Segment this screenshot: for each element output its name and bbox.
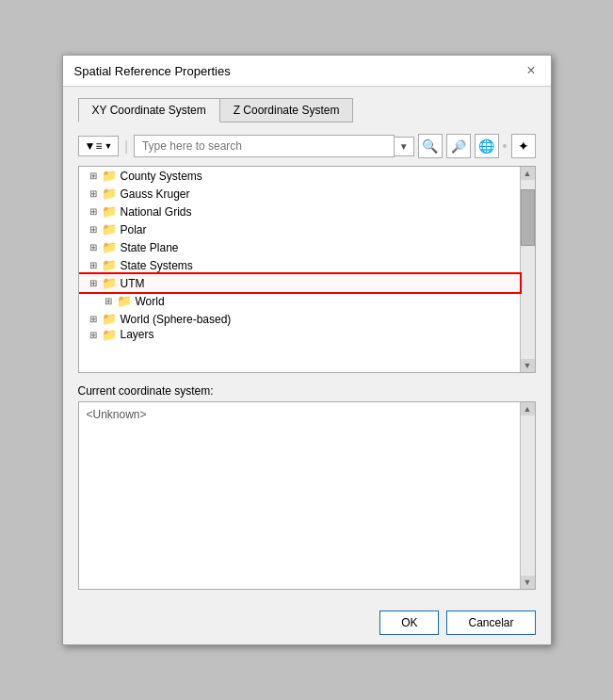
tree-item-label-worldsphere: World (Sphere-based) — [121, 313, 232, 326]
coord-scrollbar[interactable]: ▲ ▼ — [520, 402, 535, 589]
tree-item-county[interactable]: ⊞📁County Systems — [79, 167, 520, 185]
folder-icon-gauss: 📁 — [102, 187, 117, 201]
expand-icon-stateplane[interactable]: ⊞ — [87, 242, 100, 252]
tree-item-statesystems[interactable]: ⊞📁State Systems — [79, 256, 520, 274]
dialog: Spatial Reference Properties × XY Coordi… — [62, 55, 552, 645]
tree-item-national[interactable]: ⊞📁National Grids — [79, 203, 520, 220]
find-icon-btn[interactable]: 🔎 — [446, 134, 471, 158]
tree-item-stateplane[interactable]: ⊞📁State Plane — [79, 238, 520, 256]
tree-item-label-national: National Grids — [121, 205, 192, 219]
filter-icon: ▼≡ — [85, 139, 103, 153]
star-icon: ✦ — [518, 138, 529, 154]
folder-icon-county: 📁 — [102, 169, 117, 183]
expand-icon-polar[interactable]: ⊞ — [87, 224, 100, 235]
folder-icon-polar: 📁 — [102, 222, 117, 236]
tree-item-label-gauss: Gauss Kruger — [121, 187, 190, 201]
folder-icon-world: 📁 — [117, 294, 132, 308]
expand-icon-statesystems[interactable]: ⊞ — [87, 260, 100, 270]
cancel-button[interactable]: Cancelar — [446, 610, 535, 635]
tree-item-label-world: World — [136, 295, 165, 308]
title-bar: Spatial Reference Properties × — [63, 56, 551, 87]
tree-item-polar[interactable]: ⊞📁Polar — [79, 220, 520, 238]
expand-icon-national[interactable]: ⊞ — [87, 206, 100, 217]
close-button[interactable]: × — [523, 63, 539, 78]
tree-items-container: ⊞📁County Systems⊞📁Gauss Kruger⊞📁National… — [79, 167, 520, 341]
expand-icon-layers[interactable]: ⊞ — [87, 330, 100, 340]
tree-item-label-layers: Layers — [121, 328, 154, 341]
folder-icon-statesystems: 📁 — [102, 258, 117, 272]
globe-icon-btn[interactable]: 🌐 — [475, 134, 499, 158]
folder-icon-layers: 📁 — [102, 328, 117, 341]
expand-icon-utm[interactable]: ⊞ — [87, 278, 100, 288]
expand-icon-world[interactable]: ⊞ — [102, 296, 115, 306]
scroll-up-arrow[interactable]: ▲ — [521, 167, 535, 180]
search-input[interactable] — [134, 135, 395, 157]
tree-item-worldsphere[interactable]: ⊞📁World (Sphere-based) — [79, 310, 520, 328]
coord-value: <Unknown> — [87, 408, 147, 421]
tab-xy[interactable]: XY Coordinate System — [78, 98, 220, 122]
tree-item-layers[interactable]: ⊞📁Layers — [79, 328, 520, 341]
folder-icon-worldsphere: 📁 — [102, 312, 117, 326]
tree-item-label-polar: Polar — [121, 223, 147, 236]
search-bar: ▼≡ ▼ | ▼ 🔍 🔎 🌐 • ✦ — [78, 134, 536, 158]
tab-bar: XY Coordinate System Z Coordinate System — [78, 98, 536, 122]
star-icon-btn[interactable]: ✦ — [511, 134, 536, 158]
divider2: • — [503, 138, 508, 154]
coord-panel: <Unknown> ▲ ▼ — [78, 401, 536, 590]
scroll-thumb[interactable] — [521, 189, 535, 246]
tree-panel[interactable]: ⊞📁County Systems⊞📁Gauss Kruger⊞📁National… — [78, 166, 536, 373]
dialog-body: XY Coordinate System Z Coordinate System… — [63, 87, 551, 601]
folder-icon-national: 📁 — [102, 204, 117, 219]
filter-button[interactable]: ▼≡ ▼ — [78, 136, 120, 156]
coord-section-label: Current coordinate system: — [78, 384, 536, 398]
tab-z[interactable]: Z Coordinate System — [219, 98, 354, 122]
tree-item-utm[interactable]: ⊞📁UTM — [79, 274, 520, 292]
search-input-wrap: ▼ — [134, 135, 414, 157]
filter-dropdown-arrow: ▼ — [104, 141, 112, 151]
tree-scrollbar[interactable]: ▲ ▼ — [520, 167, 535, 372]
dialog-footer: OK Cancelar — [63, 601, 551, 644]
tree-item-label-utm: UTM — [121, 277, 145, 290]
coord-scroll-up[interactable]: ▲ — [521, 402, 535, 415]
scroll-down-arrow[interactable]: ▼ — [521, 359, 535, 372]
expand-icon-gauss[interactable]: ⊞ — [87, 188, 100, 199]
search-dropdown-arrow[interactable]: ▼ — [395, 137, 414, 156]
divider: | — [124, 138, 128, 154]
find-icon: 🔎 — [451, 139, 466, 154]
tree-item-label-county: County Systems — [121, 170, 202, 183]
expand-icon-county[interactable]: ⊞ — [87, 171, 100, 181]
tree-item-label-statesystems: State Systems — [121, 259, 193, 272]
globe-icon: 🌐 — [478, 138, 494, 154]
ok-button[interactable]: OK — [379, 610, 439, 635]
tree-item-gauss[interactable]: ⊞📁Gauss Kruger — [79, 185, 520, 203]
folder-icon-utm: 📁 — [102, 276, 117, 290]
folder-icon-stateplane: 📁 — [102, 240, 117, 254]
expand-icon-worldsphere[interactable]: ⊞ — [87, 314, 100, 324]
coord-scroll-down[interactable]: ▼ — [521, 576, 535, 589]
search-icon-btn[interactable]: 🔍 — [418, 134, 443, 158]
tree-item-label-stateplane: State Plane — [121, 241, 179, 254]
tree-item-world[interactable]: ⊞📁World — [79, 292, 520, 310]
dialog-title: Spatial Reference Properties — [74, 64, 231, 78]
search-icon: 🔍 — [422, 138, 438, 154]
